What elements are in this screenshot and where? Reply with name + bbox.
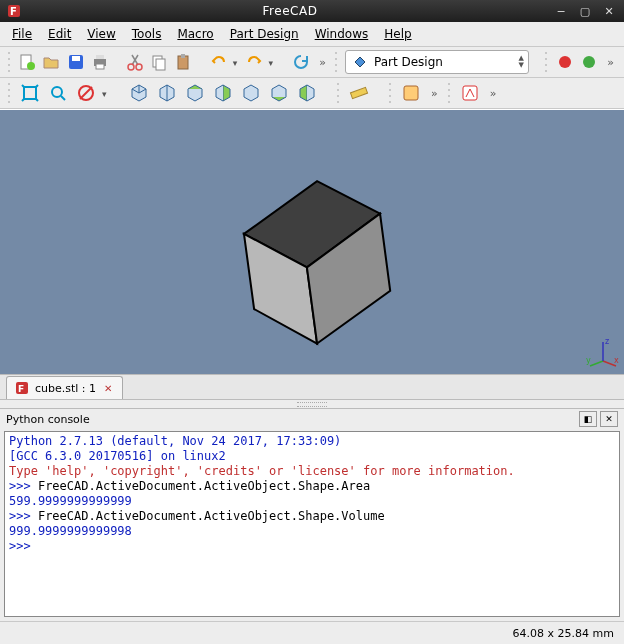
- record-macro-button[interactable]: [555, 50, 575, 74]
- sketch-button[interactable]: [458, 81, 482, 105]
- window-title: FreeCAD: [28, 4, 552, 18]
- undo-button[interactable]: [208, 50, 228, 74]
- svg-rect-21: [404, 86, 418, 100]
- svg-text:x: x: [614, 356, 619, 365]
- axes-indicator: x y z: [586, 336, 620, 370]
- grip-icon-5[interactable]: [335, 83, 341, 103]
- grip-icon[interactable]: [6, 52, 11, 72]
- panel-close-button[interactable]: ✕: [600, 411, 618, 427]
- spinner-arrows-icon: ▲▼: [519, 55, 524, 69]
- draw-style-dropdown[interactable]: ▾: [102, 89, 111, 99]
- workbench-selector[interactable]: Part Design ▲▼: [345, 50, 529, 74]
- svg-rect-8: [96, 64, 104, 69]
- workbench-icon: [352, 54, 368, 70]
- cube-render: [0, 110, 624, 374]
- toolbar-main: ▾ ▾ » Part Design ▲▼ »: [0, 47, 624, 78]
- status-bar: 64.08 x 25.84 mm: [0, 621, 624, 644]
- stop-macro-button[interactable]: [579, 50, 599, 74]
- svg-rect-14: [181, 54, 185, 58]
- panel-float-button[interactable]: ◧: [579, 411, 597, 427]
- svg-line-27: [590, 361, 603, 366]
- window-controls: ─ ▢ ✕: [552, 3, 618, 19]
- measure-button[interactable]: [347, 81, 371, 105]
- print-button[interactable]: [90, 50, 110, 74]
- menu-help[interactable]: Help: [376, 25, 419, 43]
- svg-point-18: [52, 87, 62, 97]
- svg-point-15: [559, 56, 571, 68]
- toolbar-view: ▾ » »: [0, 78, 624, 109]
- svg-text:z: z: [605, 337, 609, 346]
- toolbar-overflow-3[interactable]: »: [427, 87, 442, 100]
- grip-icon-6[interactable]: [387, 83, 393, 103]
- svg-rect-20: [350, 87, 367, 98]
- left-view-button[interactable]: [295, 81, 319, 105]
- svg-point-10: [136, 64, 142, 70]
- draw-style-button[interactable]: [74, 81, 98, 105]
- cut-button[interactable]: [125, 50, 145, 74]
- panel-header: Python console ◧ ✕: [0, 409, 624, 429]
- tab-close-button[interactable]: ✕: [102, 383, 114, 394]
- toolbar-overflow-2[interactable]: »: [603, 56, 618, 69]
- viewport-3d[interactable]: x y z: [0, 109, 624, 374]
- redo-button[interactable]: [244, 50, 264, 74]
- minimize-button[interactable]: ─: [552, 3, 570, 19]
- part-body-button[interactable]: [399, 81, 423, 105]
- grip-icon-2[interactable]: [334, 52, 339, 72]
- front-view-button[interactable]: [155, 81, 179, 105]
- menu-tools[interactable]: Tools: [124, 25, 170, 43]
- svg-rect-7: [96, 55, 104, 59]
- top-view-button[interactable]: [183, 81, 207, 105]
- svg-rect-5: [72, 56, 80, 61]
- rear-view-button[interactable]: [239, 81, 263, 105]
- menu-view[interactable]: View: [79, 25, 123, 43]
- svg-point-9: [128, 64, 134, 70]
- menu-edit[interactable]: Edit: [40, 25, 79, 43]
- copy-button[interactable]: [149, 50, 169, 74]
- save-button[interactable]: [66, 50, 86, 74]
- new-button[interactable]: [17, 50, 37, 74]
- paste-button[interactable]: [173, 50, 193, 74]
- tab-label: cube.stl : 1: [35, 382, 96, 395]
- titlebar: F FreeCAD ─ ▢ ✕: [0, 0, 624, 22]
- svg-text:F: F: [10, 6, 17, 17]
- grip-icon-3[interactable]: [544, 52, 549, 72]
- iso-view-button[interactable]: [127, 81, 151, 105]
- refresh-button[interactable]: [291, 50, 311, 74]
- toolbar-overflow-1[interactable]: »: [315, 56, 330, 69]
- grip-icon-4[interactable]: [6, 83, 12, 103]
- svg-text:F: F: [18, 384, 24, 394]
- fit-selection-button[interactable]: [46, 81, 70, 105]
- menubar: File Edit View Tools Macro Part Design W…: [0, 22, 624, 47]
- console-output[interactable]: Python 2.7.13 (default, Nov 24 2017, 17:…: [4, 431, 620, 617]
- workbench-label: Part Design: [374, 55, 443, 69]
- close-button[interactable]: ✕: [600, 3, 618, 19]
- svg-point-16: [583, 56, 595, 68]
- menu-file[interactable]: File: [4, 25, 40, 43]
- maximize-button[interactable]: ▢: [576, 3, 594, 19]
- toolbar-overflow-4[interactable]: »: [486, 87, 501, 100]
- svg-rect-12: [156, 59, 165, 70]
- svg-rect-17: [24, 87, 36, 99]
- bottom-view-button[interactable]: [267, 81, 291, 105]
- svg-point-3: [27, 62, 35, 70]
- menu-partdesign[interactable]: Part Design: [222, 25, 307, 43]
- redo-dropdown[interactable]: ▾: [269, 58, 277, 68]
- python-console-panel: Python console ◧ ✕ Python 2.7.13 (defaul…: [0, 408, 624, 621]
- splitter-handle[interactable]: [0, 400, 624, 408]
- status-dimensions: 64.08 x 25.84 mm: [513, 627, 614, 640]
- undo-dropdown[interactable]: ▾: [233, 58, 241, 68]
- app-icon: F: [6, 3, 22, 19]
- menu-windows[interactable]: Windows: [307, 25, 377, 43]
- document-tab[interactable]: F cube.stl : 1 ✕: [6, 376, 123, 399]
- freecad-doc-icon: F: [15, 381, 29, 395]
- panel-title: Python console: [6, 413, 576, 426]
- menu-macro[interactable]: Macro: [169, 25, 221, 43]
- grip-icon-7[interactable]: [446, 83, 452, 103]
- open-button[interactable]: [41, 50, 61, 74]
- document-tabbar: F cube.stl : 1 ✕: [0, 374, 624, 400]
- fit-all-button[interactable]: [18, 81, 42, 105]
- svg-text:y: y: [586, 356, 591, 365]
- right-view-button[interactable]: [211, 81, 235, 105]
- app-window: { "title": "FreeCAD", "menu": ["File","E…: [0, 0, 624, 644]
